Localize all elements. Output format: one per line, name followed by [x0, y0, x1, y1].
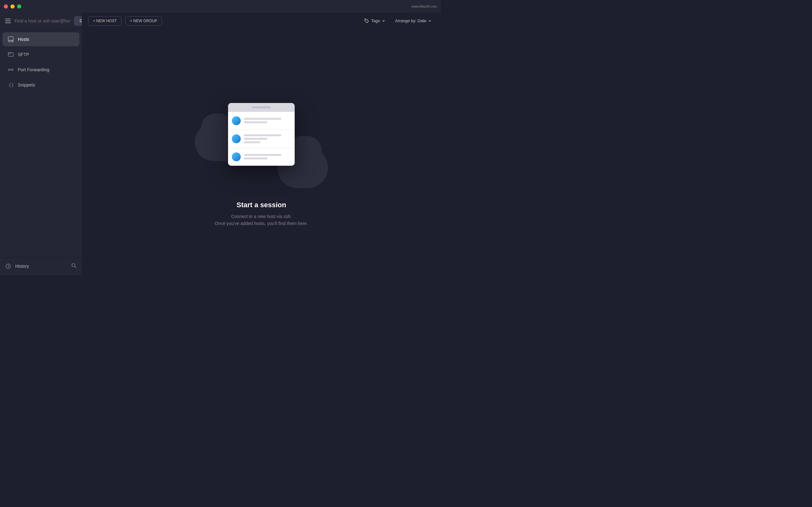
- host-line: [244, 134, 281, 136]
- host-line: [244, 138, 267, 140]
- svg-point-5: [9, 69, 10, 71]
- panel-header-bar: [252, 107, 271, 108]
- sidebar-item-snippets[interactable]: {} Snippets: [3, 78, 79, 92]
- search-icon[interactable]: [71, 263, 77, 270]
- sidebar-item-port-forwarding-label: Port Forwarding: [18, 67, 49, 72]
- sidebar-item-history-label: History: [15, 264, 29, 269]
- port-forwarding-icon: [8, 66, 14, 73]
- host-lines-3: [244, 154, 291, 159]
- main-content: + NEW HOST + NEW GROUP Tags Arrange by: …: [82, 13, 441, 275]
- empty-subtitle-line2: Once you've added hosts, you'll find the…: [215, 221, 308, 226]
- host-line: [244, 158, 267, 159]
- host-avatar-3: [232, 153, 241, 161]
- hamburger-icon[interactable]: [5, 19, 11, 23]
- sftp-icon: [8, 51, 14, 58]
- snippets-icon: {}: [8, 82, 14, 88]
- host-card-1: [228, 112, 295, 130]
- panel-header: [228, 103, 295, 112]
- host-line: [244, 141, 260, 143]
- app-body: CONNECT Hosts: [0, 13, 441, 275]
- tag-icon: [364, 18, 369, 23]
- host-lines-2: [244, 134, 291, 143]
- hosts-icon: [8, 36, 14, 43]
- svg-line-11: [75, 267, 77, 268]
- sidebar: CONNECT Hosts: [0, 13, 82, 275]
- chevron-down-icon: [382, 19, 385, 22]
- sidebar-item-hosts-label: Hosts: [18, 37, 29, 42]
- new-host-button[interactable]: + NEW HOST: [88, 16, 121, 26]
- new-group-button[interactable]: + NEW GROUP: [125, 16, 162, 26]
- sidebar-item-history[interactable]: History: [5, 261, 71, 272]
- hosts-toolbar: + NEW HOST + NEW GROUP Tags Arrange by: …: [82, 13, 441, 29]
- panel-body: [228, 112, 295, 166]
- tags-label: Tags: [371, 18, 380, 23]
- host-avatar-2: [232, 134, 241, 143]
- sidebar-item-sftp-label: SFTP: [18, 52, 29, 57]
- host-lines-1: [244, 118, 291, 123]
- svg-point-2: [12, 41, 13, 42]
- svg-rect-4: [8, 53, 10, 54]
- arrange-label: Arrange by: Date: [395, 18, 426, 23]
- svg-rect-0: [8, 37, 13, 40]
- chevron-down-icon-arrange: [428, 19, 432, 22]
- empty-subtitle: Connect to a new host via ssh. Once you'…: [215, 213, 308, 227]
- server-panel: [228, 103, 295, 166]
- topbar: CONNECT: [0, 13, 82, 29]
- history-icon: [5, 263, 11, 269]
- maximize-button[interactable]: [17, 4, 21, 9]
- sidebar-item-snippets-label: Snippets: [18, 82, 35, 88]
- sidebar-item-port-forwarding[interactable]: Port Forwarding: [3, 63, 79, 77]
- close-button[interactable]: [4, 4, 8, 9]
- svg-rect-3: [8, 53, 13, 56]
- host-line: [244, 154, 281, 156]
- search-input[interactable]: [14, 18, 70, 23]
- svg-text:{}: {}: [9, 82, 14, 88]
- sidebar-bottom: History: [0, 257, 82, 275]
- sidebar-nav: Hosts SFTP: [0, 29, 82, 257]
- sidebar-item-sftp[interactable]: SFTP: [3, 48, 79, 61]
- sidebar-item-hosts[interactable]: Hosts: [3, 32, 79, 46]
- empty-subtitle-line1: Connect to a new host via ssh.: [231, 214, 292, 219]
- svg-point-6: [12, 69, 13, 71]
- host-line: [244, 118, 281, 120]
- host-avatar-1: [232, 116, 241, 125]
- watermark: www.MacW.com: [411, 4, 437, 8]
- minimize-button[interactable]: [10, 4, 14, 9]
- host-line: [244, 121, 267, 123]
- empty-title: Start a session: [237, 201, 287, 209]
- host-card-2: [228, 130, 295, 148]
- titlebar: www.MacW.com: [0, 0, 441, 13]
- tags-button[interactable]: Tags: [361, 16, 388, 25]
- arrange-button[interactable]: Arrange by: Date: [392, 16, 435, 25]
- illustration: [195, 77, 328, 191]
- svg-point-12: [365, 20, 366, 20]
- empty-state: Start a session Connect to a new host vi…: [82, 29, 441, 275]
- traffic-lights: [4, 4, 21, 9]
- host-card-3: [228, 148, 295, 166]
